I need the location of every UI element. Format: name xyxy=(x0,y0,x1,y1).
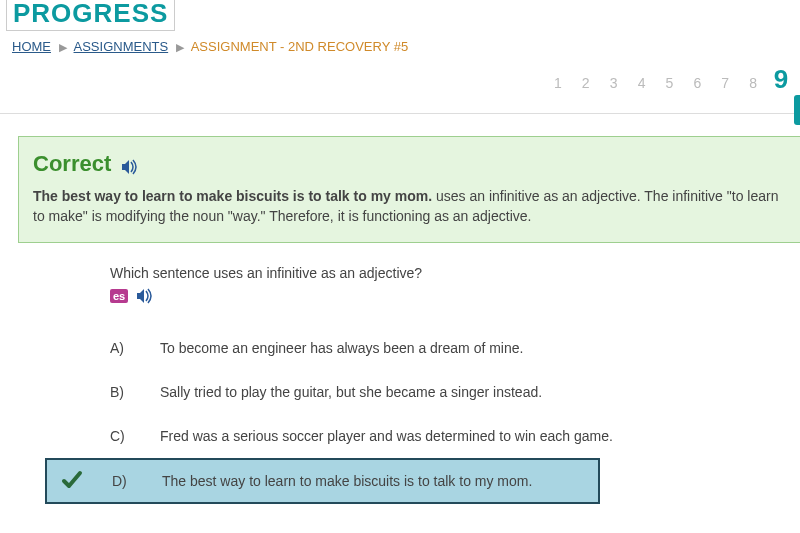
question-nav-item[interactable]: 1 xyxy=(547,75,569,91)
side-tab[interactable] xyxy=(794,95,800,125)
question-nav-current[interactable]: 9 xyxy=(770,64,792,95)
breadcrumb-home[interactable]: HOME xyxy=(12,39,51,54)
question-nav-item[interactable]: 8 xyxy=(742,75,764,91)
choice-label: C) xyxy=(110,428,160,444)
feedback-bold: The best way to learn to make biscuits i… xyxy=(33,188,432,204)
question-nav-item[interactable]: 4 xyxy=(631,75,653,91)
choice-label: D) xyxy=(112,473,162,489)
choice-text: Fred was a serious soccer player and was… xyxy=(160,428,780,444)
choice-text: To become an engineer has always been a … xyxy=(160,340,780,356)
speaker-icon[interactable] xyxy=(121,159,139,175)
question-nav-item[interactable]: 7 xyxy=(714,75,736,91)
feedback-body: The best way to learn to make biscuits i… xyxy=(33,187,786,226)
translate-es-button[interactable]: es xyxy=(110,289,128,303)
divider xyxy=(0,113,800,114)
question-prompt: Which sentence uses an infinitive as an … xyxy=(110,265,780,281)
question-nav-item[interactable]: 6 xyxy=(686,75,708,91)
speaker-icon[interactable] xyxy=(136,288,154,304)
question-nav-item[interactable]: 5 xyxy=(658,75,680,91)
answer-choice[interactable]: B) Sally tried to play the guitar, but s… xyxy=(110,370,780,414)
breadcrumb-current: ASSIGNMENT - 2ND RECOVERY #5 xyxy=(191,39,408,54)
answer-choice-selected[interactable]: D) The best way to learn to make biscuit… xyxy=(45,458,600,504)
question-nav-item[interactable]: 3 xyxy=(603,75,625,91)
answer-choice[interactable]: C) Fred was a serious soccer player and … xyxy=(110,414,780,458)
logo: PROGRESS xyxy=(6,0,175,31)
question-nav-item[interactable]: 2 xyxy=(575,75,597,91)
choice-label: B) xyxy=(110,384,160,400)
feedback-panel: Correct The best way to learn to make bi… xyxy=(18,136,800,243)
choice-label: A) xyxy=(110,340,160,356)
choice-text: Sally tried to play the guitar, but she … xyxy=(160,384,780,400)
choice-text: The best way to learn to make biscuits i… xyxy=(162,473,598,489)
question-nav: 1 2 3 4 5 6 7 8 9 xyxy=(0,64,800,113)
breadcrumb: HOME ▶ ASSIGNMENTS ▶ ASSIGNMENT - 2ND RE… xyxy=(6,31,794,64)
logo-text: PROGRESS xyxy=(13,0,168,26)
breadcrumb-assignments[interactable]: ASSIGNMENTS xyxy=(74,39,169,54)
check-icon xyxy=(61,469,83,494)
answer-choices: A) To become an engineer has always been… xyxy=(110,326,780,504)
chevron-right-icon: ▶ xyxy=(59,41,67,53)
chevron-right-icon: ▶ xyxy=(176,41,184,53)
feedback-status: Correct xyxy=(33,151,111,177)
answer-choice[interactable]: A) To become an engineer has always been… xyxy=(110,326,780,370)
